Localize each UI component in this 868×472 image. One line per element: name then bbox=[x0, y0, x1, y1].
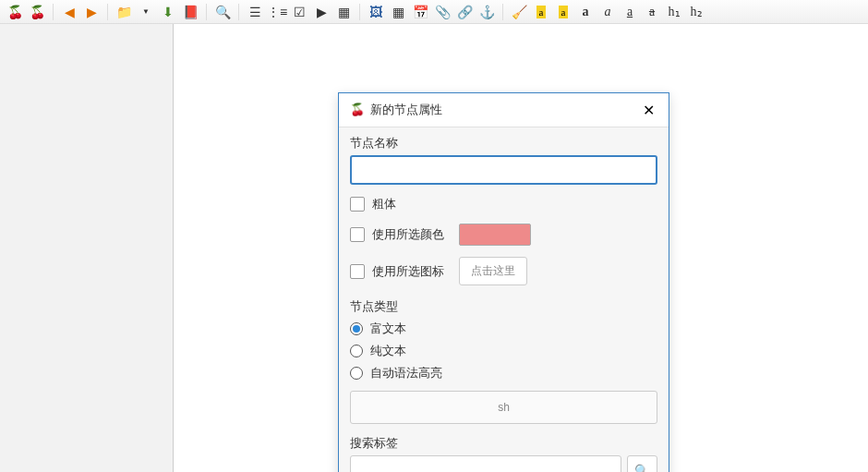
separator bbox=[359, 4, 360, 20]
remove-format-icon[interactable]: 🧹 bbox=[510, 3, 528, 21]
node-name-label: 节点名称 bbox=[350, 135, 657, 151]
todo-list-icon[interactable]: ☑ bbox=[290, 3, 308, 21]
dialog-body: 节点名称 粗体 使用所选颜色 使用所选图标 点击这里 节点类型 bbox=[339, 127, 669, 472]
bold-checkbox[interactable] bbox=[350, 197, 365, 212]
use-color-checkbox[interactable] bbox=[350, 227, 365, 242]
dialog-titlebar: 🍒 新的节点属性 ✕ bbox=[339, 93, 669, 127]
attach-icon[interactable]: 📎 bbox=[433, 3, 452, 21]
tree-sidebar bbox=[0, 24, 174, 472]
dialog-title: 新的节点属性 bbox=[370, 102, 639, 118]
link-icon[interactable]: 🔗 bbox=[455, 3, 474, 21]
anchor-icon[interactable]: ⚓ bbox=[477, 3, 496, 21]
h1-icon[interactable]: h₁ bbox=[665, 3, 683, 21]
node-name-input[interactable] bbox=[350, 155, 657, 185]
type-plain-radio[interactable] bbox=[350, 345, 363, 357]
import-icon[interactable]: ⬇ bbox=[159, 3, 177, 21]
zoom-icon[interactable]: 🔍 bbox=[213, 3, 232, 21]
main-toolbar: 🍒 🍒 ◀ ▶ 📁 ▼ ⬇ 📕 🔍 ☰ ⋮≡ ☑ ▶ ▦ 🖼 ▦ 📅 📎 🔗 ⚓… bbox=[0, 0, 868, 24]
type-auto-label: 自动语法高亮 bbox=[370, 365, 442, 381]
color-swatch[interactable] bbox=[459, 224, 531, 246]
node-type-label: 节点类型 bbox=[350, 298, 657, 315]
use-color-label: 使用所选颜色 bbox=[372, 226, 444, 243]
syntax-lang-box[interactable]: sh bbox=[350, 391, 657, 424]
choose-icon-button[interactable]: 点击这里 bbox=[459, 257, 527, 285]
image-icon[interactable]: 🖼 bbox=[367, 3, 385, 21]
strike-icon[interactable]: a bbox=[643, 3, 661, 21]
dropdown-icon[interactable]: ▼ bbox=[137, 3, 155, 21]
search-icon: 🔍 bbox=[634, 464, 649, 472]
separator bbox=[206, 4, 207, 20]
type-auto-radio[interactable] bbox=[350, 367, 363, 380]
use-icon-checkbox[interactable] bbox=[350, 264, 365, 279]
use-icon-label: 使用所选图标 bbox=[372, 263, 444, 280]
type-rich-label: 富文本 bbox=[370, 321, 406, 337]
separator bbox=[53, 4, 54, 20]
cherry-alt-icon[interactable]: 🍒 bbox=[28, 3, 46, 21]
numbered-list-icon[interactable]: ⋮≡ bbox=[268, 3, 286, 21]
table-icon[interactable]: ▦ bbox=[389, 3, 407, 21]
bold-label: 粗体 bbox=[372, 196, 396, 212]
search-tags-label: 搜索标签 bbox=[350, 435, 657, 452]
type-plain-label: 纯文本 bbox=[370, 343, 406, 359]
bold-icon[interactable]: a bbox=[576, 3, 595, 21]
h2-icon[interactable]: h₂ bbox=[687, 3, 705, 21]
folder-icon[interactable]: 📁 bbox=[115, 3, 133, 21]
forward-icon[interactable]: ▶ bbox=[82, 3, 101, 21]
codebox-icon[interactable]: ▶ bbox=[312, 3, 331, 21]
table-insert-icon[interactable]: ▦ bbox=[334, 3, 353, 21]
date-icon[interactable]: 📅 bbox=[411, 3, 429, 21]
bg-color-icon[interactable]: a bbox=[554, 3, 573, 21]
back-icon[interactable]: ◀ bbox=[60, 3, 78, 21]
main-area: 🍒 新的节点属性 ✕ 节点名称 粗体 使用所选颜色 使用所 bbox=[0, 24, 868, 472]
cherry-icon: 🍒 bbox=[350, 103, 365, 117]
separator bbox=[107, 4, 108, 20]
node-properties-dialog: 🍒 新的节点属性 ✕ 节点名称 粗体 使用所选颜色 使用所 bbox=[338, 92, 669, 472]
cherry-icon[interactable]: 🍒 bbox=[6, 3, 24, 21]
close-icon[interactable]: ✕ bbox=[639, 101, 657, 119]
separator bbox=[502, 4, 503, 20]
search-tags-button[interactable]: 🔍 bbox=[627, 455, 657, 472]
bullet-list-icon[interactable]: ☰ bbox=[246, 3, 264, 21]
underline-icon[interactable]: a bbox=[621, 3, 639, 21]
type-rich-radio[interactable] bbox=[350, 322, 363, 335]
italic-icon[interactable]: a bbox=[598, 3, 617, 21]
fg-color-icon[interactable]: a bbox=[532, 3, 550, 21]
document-content: 🍒 新的节点属性 ✕ 节点名称 粗体 使用所选颜色 使用所 bbox=[174, 24, 868, 472]
separator bbox=[238, 4, 239, 20]
search-tags-input[interactable] bbox=[350, 455, 621, 472]
pdf-icon[interactable]: 📕 bbox=[181, 3, 199, 21]
